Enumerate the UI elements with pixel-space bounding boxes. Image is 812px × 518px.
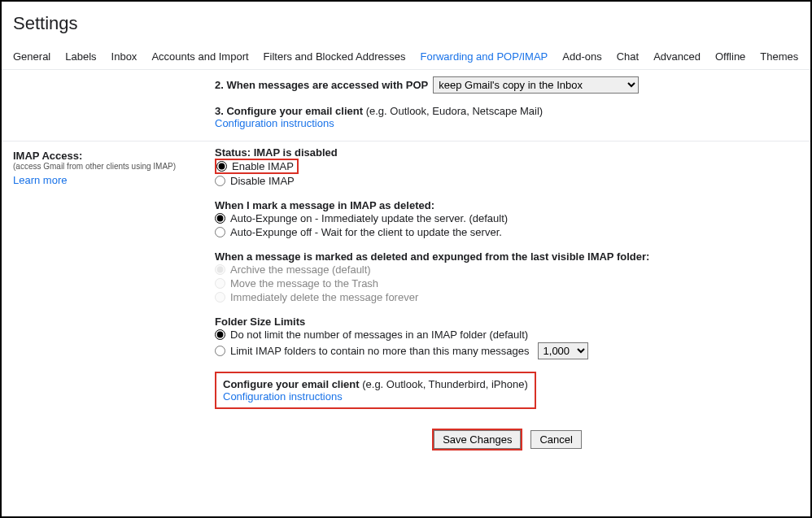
save-highlight: Save Changes bbox=[432, 429, 522, 451]
delete-forever-radio bbox=[215, 292, 225, 303]
imap-config-label: Configure your email client bbox=[223, 378, 360, 390]
cancel-button[interactable]: Cancel bbox=[530, 430, 581, 449]
enable-imap-radio[interactable] bbox=[216, 161, 227, 172]
auto-expunge-off-radio[interactable] bbox=[215, 227, 225, 237]
imap-config-examples: (e.g. Outlook, Thunderbird, iPhone) bbox=[360, 378, 528, 390]
tab-addons[interactable]: Add-ons bbox=[562, 50, 601, 63]
archive-radio bbox=[215, 264, 225, 275]
tab-forwarding-pop-imap[interactable]: Forwarding and POP/IMAP bbox=[420, 50, 548, 63]
auto-expunge-off-label: Auto-Expunge off - Wait for the client t… bbox=[230, 226, 502, 238]
tab-advanced[interactable]: Advanced bbox=[653, 50, 701, 63]
tab-themes[interactable]: Themes bbox=[760, 50, 798, 63]
disable-imap-radio[interactable] bbox=[215, 176, 225, 186]
tab-inbox[interactable]: Inbox bbox=[111, 50, 138, 63]
pop-step3-label: 3. Configure your email client bbox=[215, 105, 363, 117]
tab-labels[interactable]: Labels bbox=[65, 50, 96, 63]
enable-imap-highlight: Enable IMAP bbox=[215, 159, 299, 174]
disable-imap-label: Disable IMAP bbox=[230, 175, 295, 187]
pop-step3-examples: (e.g. Outlook, Eudora, Netscape Mail) bbox=[363, 105, 543, 117]
imap-expunged-heading: When a message is marked as deleted and … bbox=[215, 250, 799, 263]
imap-access-heading: IMAP Access: bbox=[13, 150, 215, 162]
imap-delete-heading: When I mark a message in IMAP as deleted… bbox=[215, 199, 799, 211]
limit-select[interactable]: 1,000 bbox=[538, 342, 588, 359]
settings-tabs: General Labels Inbox Accounts and Import… bbox=[2, 41, 810, 70]
imap-access-help: (access Gmail from other clients using I… bbox=[13, 162, 215, 171]
move-trash-radio bbox=[215, 278, 225, 289]
delete-forever-label: Immediately delete the message forever bbox=[230, 291, 418, 303]
limit-label: Limit IMAP folders to contain no more th… bbox=[230, 345, 530, 357]
auto-expunge-on-label: Auto-Expunge on - Immediately update the… bbox=[230, 212, 508, 224]
save-changes-button[interactable]: Save Changes bbox=[434, 430, 521, 449]
pop-step2-label: 2. When messages are accessed with POP bbox=[215, 79, 428, 91]
footer-actions: Save Changes Cancel bbox=[215, 420, 799, 451]
page-title: Settings bbox=[13, 13, 799, 34]
auto-expunge-on-radio[interactable] bbox=[215, 213, 225, 224]
archive-label: Archive the message (default) bbox=[230, 263, 371, 276]
move-trash-label: Move the message to the Trash bbox=[230, 277, 378, 289]
enable-imap-label: Enable IMAP bbox=[232, 160, 294, 172]
folder-size-heading: Folder Size Limits bbox=[215, 316, 799, 328]
pop-config-link[interactable]: Configuration instructions bbox=[215, 117, 799, 129]
imap-status: Status: IMAP is disabled bbox=[215, 146, 799, 159]
tab-chat[interactable]: Chat bbox=[617, 50, 639, 63]
limit-radio[interactable] bbox=[215, 346, 225, 356]
tab-offline[interactable]: Offline bbox=[715, 50, 745, 63]
tab-general[interactable]: General bbox=[13, 50, 50, 63]
tab-filters-blocked[interactable]: Filters and Blocked Addresses bbox=[264, 50, 406, 63]
imap-config-link[interactable]: Configuration instructions bbox=[223, 390, 528, 403]
no-limit-radio[interactable] bbox=[215, 329, 225, 340]
imap-learn-more-link[interactable]: Learn more bbox=[13, 174, 215, 186]
no-limit-label: Do not limit the number of messages in a… bbox=[230, 329, 528, 341]
pop-action-select[interactable]: keep Gmail's copy in the Inbox bbox=[433, 76, 639, 94]
imap-config-highlight: Configure your email client (e.g. Outloo… bbox=[215, 372, 536, 409]
tab-accounts-import[interactable]: Accounts and Import bbox=[151, 50, 248, 63]
